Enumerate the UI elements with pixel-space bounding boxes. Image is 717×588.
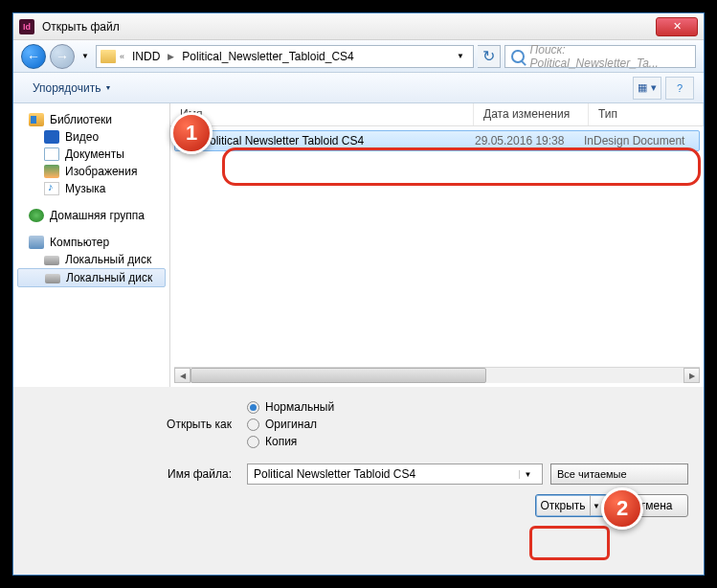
tree-images[interactable]: Изображения	[13, 163, 169, 180]
search-input[interactable]: Поиск: Political_Newsletter_Ta...	[504, 45, 696, 68]
organize-button[interactable]: Упорядочить	[23, 78, 121, 99]
file-row[interactable]: Id Political Newsletter Tabloid CS4 29.0…	[174, 130, 700, 151]
titlebar: Id Открыть файл ✕	[13, 13, 704, 40]
nav-history-dropdown[interactable]: ▼	[78, 47, 92, 66]
radio-copy[interactable]: Копия	[247, 435, 334, 448]
tree-libraries[interactable]: Библиотеки	[13, 111, 169, 128]
tree-disk1[interactable]: Локальный диск	[13, 251, 169, 268]
radio-normal[interactable]: Нормальный	[247, 400, 334, 414]
open-as-label: Открыть как	[29, 418, 239, 431]
documents-icon	[44, 147, 59, 161]
disk-icon	[45, 274, 60, 283]
col-name[interactable]: Имя	[170, 103, 474, 125]
annotation-callout-2: 2	[601, 487, 643, 530]
homegroup-icon	[29, 209, 44, 222]
chevron-right-icon: ▶	[168, 52, 174, 61]
computer-icon	[29, 236, 44, 249]
breadcrumb-sep: «	[120, 52, 124, 61]
address-dropdown[interactable]: ▼	[452, 52, 469, 60]
bottom-panel: Открыть как Нормальный Оригинал Копия Им…	[13, 387, 704, 527]
disk-icon	[44, 256, 59, 265]
breadcrumb-level1[interactable]: INDD	[128, 48, 164, 65]
libraries-icon	[29, 113, 44, 126]
tree-music[interactable]: Музыка	[13, 180, 169, 197]
back-button[interactable]: ←	[21, 44, 46, 69]
file-name: Political Newsletter Tabloid CS4	[202, 134, 475, 147]
tree-computer[interactable]: Компьютер	[13, 234, 169, 251]
folder-icon	[101, 50, 116, 63]
tree-disk2[interactable]: Локальный диск	[17, 268, 166, 287]
horizontal-scrollbar[interactable]: ◀ ▶	[174, 367, 700, 383]
scroll-right-button[interactable]: ▶	[683, 368, 700, 383]
nav-tree: Библиотеки Видео Документы Изображения М…	[13, 103, 170, 387]
search-icon	[511, 50, 525, 63]
scroll-thumb[interactable]	[190, 368, 486, 383]
forward-button[interactable]: →	[50, 44, 75, 69]
filename-input[interactable]: Political Newsletter Tabloid CS4 ▼	[247, 464, 543, 485]
breadcrumb-level2[interactable]: Political_Newsletter_Tabloid_CS4	[178, 48, 357, 65]
list-header: Имя Дата изменения Тип	[170, 103, 704, 126]
music-icon	[44, 182, 59, 195]
app-icon: Id	[19, 19, 34, 34]
filename-dropdown[interactable]: ▼	[519, 470, 536, 479]
filename-label: Имя файла:	[29, 467, 239, 481]
help-button[interactable]: ?	[665, 77, 694, 100]
tree-video[interactable]: Видео	[13, 128, 169, 146]
annotation-highlight-2	[529, 526, 610, 560]
file-type: InDesign Document	[584, 134, 693, 147]
radio-original[interactable]: Оригинал	[247, 418, 334, 431]
close-button[interactable]: ✕	[656, 17, 698, 36]
video-icon	[44, 130, 59, 144]
search-placeholder: Поиск: Political_Newsletter_Ta...	[530, 43, 689, 70]
radio-icon	[247, 418, 259, 431]
open-file-dialog: Id Открыть файл ✕ ← → ▼ « INDD ▶ Politic…	[12, 12, 705, 576]
view-options-button[interactable]: ▦ ▾	[633, 77, 661, 100]
dialog-title: Открыть файл	[42, 20, 656, 34]
file-date: 29.05.2016 19:38	[475, 134, 584, 147]
images-icon	[44, 165, 59, 178]
radio-icon	[247, 436, 259, 448]
scroll-left-button[interactable]: ◀	[174, 368, 190, 383]
open-button[interactable]: Открыть▼	[535, 494, 608, 517]
tree-docs[interactable]: Документы	[13, 146, 169, 163]
col-date[interactable]: Дата изменения	[474, 103, 589, 125]
annotation-callout-1: 1	[170, 112, 213, 154]
file-list: Имя Дата изменения Тип Id Political News…	[170, 103, 704, 387]
col-type[interactable]: Тип	[589, 103, 704, 125]
radio-icon	[247, 401, 259, 414]
nav-bar: ← → ▼ « INDD ▶ Political_Newsletter_Tabl…	[13, 40, 704, 73]
address-bar[interactable]: « INDD ▶ Political_Newsletter_Tabloid_CS…	[96, 45, 474, 68]
toolbar: Упорядочить ▦ ▾ ?	[13, 73, 704, 103]
refresh-button[interactable]: ↻	[478, 45, 501, 68]
file-filter-dropdown[interactable]: Все читаемые	[550, 464, 688, 485]
tree-homegroup[interactable]: Домашняя группа	[13, 207, 169, 224]
